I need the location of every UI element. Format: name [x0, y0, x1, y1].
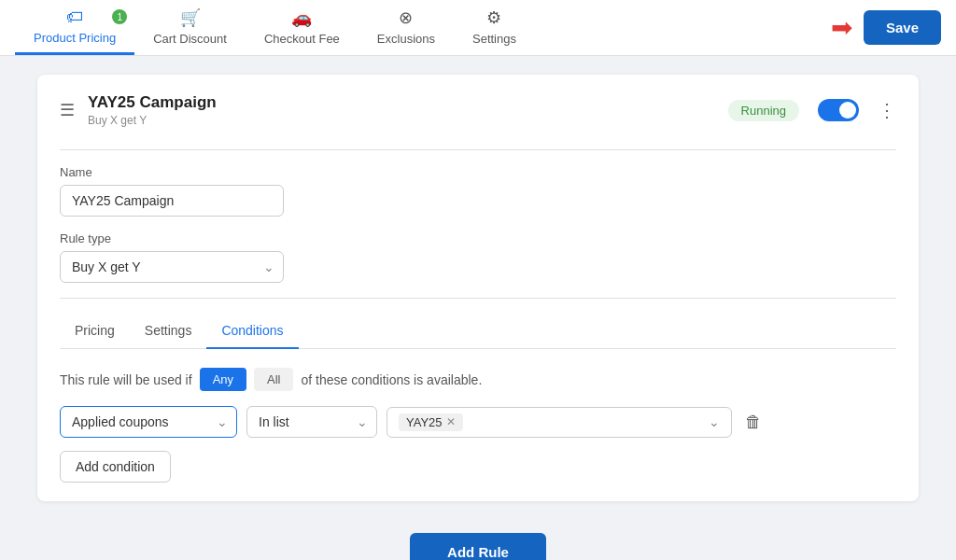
campaign-card: ☰ YAY25 Campaign Buy X get Y Running ⋮ N… [37, 75, 919, 501]
checkout-fee-icon: 🚗 [291, 7, 312, 28]
tag-label: YAY25 [406, 415, 443, 429]
tab-exclusions-label: Exclusions [377, 32, 435, 46]
condition-row: Applied coupons Cart Total Product User … [60, 406, 896, 438]
inlist-select[interactable]: In list Not in list [246, 406, 377, 438]
bottom-bar: Add Rule [37, 520, 919, 560]
sub-tab-pricing[interactable]: Pricing [60, 314, 130, 349]
campaign-info: YAY25 Campaign Buy X get Y [88, 93, 728, 127]
name-label: Name [60, 165, 896, 179]
any-button[interactable]: Any [200, 368, 246, 391]
tab-product-pricing-label: Product Pricing [34, 31, 116, 45]
tag-yay25: YAY25 ✕ [399, 413, 463, 431]
settings-icon: ⚙ [486, 7, 501, 28]
product-pricing-icon: 🏷 [66, 7, 83, 27]
toggle-wrapper: ⋮ [818, 99, 896, 121]
tab-cart-discount[interactable]: 🛒 Cart Discount [134, 0, 246, 55]
tab-checkout-fee-label: Checkout Fee [264, 32, 340, 46]
condition-type-select[interactable]: Applied coupons Cart Total Product User … [60, 406, 237, 438]
exclusions-icon: ⊗ [399, 7, 413, 28]
rule-type-label: Rule type [60, 231, 896, 245]
add-condition-button[interactable]: Add condition [60, 451, 171, 483]
name-input[interactable] [60, 185, 284, 217]
tab-product-pricing[interactable]: 🏷 Product Pricing 1 [15, 0, 134, 55]
hamburger-icon[interactable]: ☰ [60, 100, 75, 120]
rule-type-select[interactable]: Buy X get Y Simple Discount Bulk Pricing [60, 251, 284, 283]
main-content: ☰ YAY25 Campaign Buy X get Y Running ⋮ N… [0, 56, 956, 560]
inlist-select-wrapper: In list Not in list [246, 406, 377, 438]
trash-icon: 🗑 [745, 413, 762, 431]
cart-discount-icon: 🛒 [180, 7, 201, 28]
delete-condition-button[interactable]: 🗑 [741, 409, 766, 436]
tag-dropdown-icon[interactable]: ⌄ [709, 414, 720, 429]
rule-text-suffix: of these conditions is available. [301, 372, 482, 387]
tab-settings[interactable]: ⚙ Settings [454, 0, 535, 55]
tab-checkout-fee[interactable]: 🚗 Checkout Fee [246, 0, 358, 55]
product-pricing-badge: 1 [112, 9, 127, 24]
campaign-type: Buy X get Y [88, 114, 728, 127]
name-field-group: Name [60, 165, 896, 217]
save-button[interactable]: Save [864, 10, 941, 45]
condition-rule-text: This rule will be used if Any All of the… [60, 368, 896, 391]
tab-exclusions[interactable]: ⊗ Exclusions [358, 0, 454, 55]
rule-type-select-wrapper: Buy X get Y Simple Discount Bulk Pricing [60, 251, 284, 283]
campaign-name: YAY25 Campaign [88, 93, 728, 112]
all-button[interactable]: All [254, 368, 293, 391]
tab-settings-label: Settings [472, 32, 516, 46]
rule-type-field-group: Rule type Buy X get Y Simple Discount Bu… [60, 231, 896, 283]
sub-tab-conditions[interactable]: Conditions [206, 314, 298, 349]
more-options-icon[interactable]: ⋮ [878, 99, 896, 121]
applied-coupons-select-wrapper: Applied coupons Cart Total Product User … [60, 406, 237, 438]
arrow-right-icon: ➡ [831, 12, 852, 43]
top-nav: 🏷 Product Pricing 1 🛒 Cart Discount 🚗 Ch… [0, 0, 956, 56]
sub-tabs: Pricing Settings Conditions [60, 314, 896, 349]
add-rule-button[interactable]: Add Rule [410, 533, 546, 560]
save-wrapper: ➡ Save [831, 10, 941, 45]
rule-text-prefix: This rule will be used if [60, 372, 192, 387]
nav-tabs: 🏷 Product Pricing 1 🛒 Cart Discount 🚗 Ch… [15, 0, 831, 55]
tag-close-icon[interactable]: ✕ [446, 415, 456, 428]
conditions-section: This rule will be used if Any All of the… [60, 368, 896, 483]
card-header: ☰ YAY25 Campaign Buy X get Y Running ⋮ [60, 93, 896, 127]
sub-tab-settings[interactable]: Settings [130, 314, 207, 349]
status-badge: Running [728, 100, 799, 121]
campaign-toggle[interactable] [818, 99, 859, 121]
tab-cart-discount-label: Cart Discount [153, 32, 227, 46]
tag-input[interactable]: YAY25 ✕ ⌄ [387, 407, 732, 438]
